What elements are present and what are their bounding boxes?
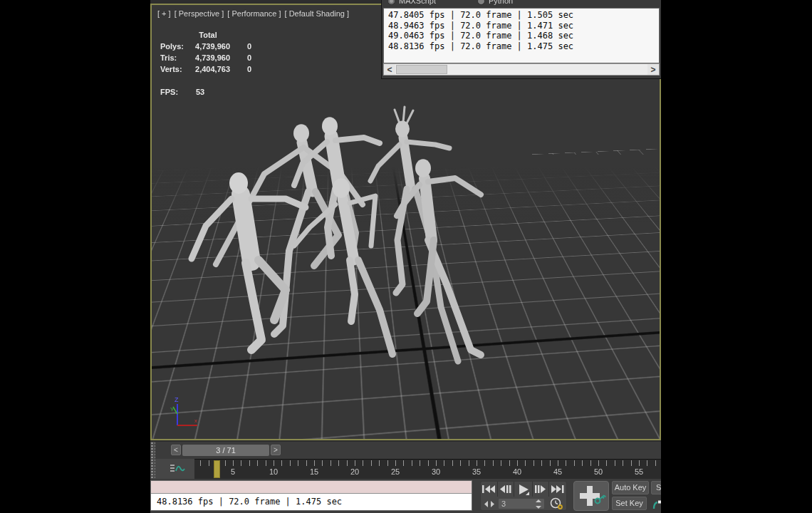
go-to-start-button[interactable] <box>481 482 498 497</box>
listener-tab-python[interactable]: Python <box>477 0 513 5</box>
key-filters-button[interactable] <box>651 497 661 512</box>
listener-scrollbar[interactable]: < > <box>383 63 660 76</box>
play-button[interactable] <box>514 482 533 497</box>
stats-row: Polys:4,739,9600 <box>160 41 251 52</box>
ruler-tick <box>403 460 404 466</box>
radio-icon[interactable] <box>387 0 395 5</box>
spinner-down-icon[interactable] <box>536 506 541 509</box>
ruler-tick <box>631 460 632 466</box>
ruler-tick <box>387 460 388 466</box>
go-to-end-button[interactable] <box>549 482 566 497</box>
ruler-tick <box>501 460 501 466</box>
radio-icon[interactable] <box>477 0 485 5</box>
key-filters-icon <box>654 502 657 509</box>
stat-label: Polys: <box>160 41 186 52</box>
ruler-tick-label: 45 <box>547 467 568 476</box>
key-mode-toggle-button[interactable] <box>482 501 496 507</box>
ruler-tick <box>558 460 558 466</box>
ruler-tick-label: 55 <box>628 467 650 476</box>
ruler-tick <box>550 460 551 466</box>
current-frame-field[interactable] <box>498 498 545 509</box>
world-axis-tripod: Z Y x <box>167 395 200 432</box>
ruler-tick <box>412 460 412 466</box>
ruler-tick <box>379 460 380 466</box>
ruler-tick <box>241 460 241 466</box>
frame-number-input[interactable] <box>501 499 533 509</box>
ruler-tick-label: 25 <box>385 467 406 476</box>
stat-extra: 0 <box>230 63 251 75</box>
ruler-tick <box>606 460 607 466</box>
time-configuration-button[interactable] <box>549 497 565 510</box>
fps-label: FPS: <box>160 86 186 98</box>
viewport-general-menu[interactable]: [ + ] <box>157 9 171 18</box>
listener-output[interactable]: 47.8405 fps | 72.0 frame | 1.505 sec48.9… <box>383 8 660 63</box>
time-slider-prev-button[interactable]: < <box>171 445 181 455</box>
track-bar-ruler[interactable]: 510152025303540455055 <box>194 459 661 479</box>
ruler-tick <box>615 460 615 466</box>
key-buttons-column: Auto Key Set Key <box>612 481 649 510</box>
timeline-grip[interactable] <box>150 442 155 479</box>
mini-curve-editor-button[interactable] <box>168 462 189 475</box>
scroll-left-button[interactable]: < <box>384 64 395 75</box>
stat-value: 4,739,960 <box>186 41 230 52</box>
character-head <box>293 124 309 142</box>
selection-column: Selec <box>651 481 661 513</box>
time-slider-next-button[interactable]: > <box>271 445 281 455</box>
time-slider[interactable]: 3 / 71 <box>182 445 269 456</box>
frame-spinner[interactable] <box>536 499 542 509</box>
stats-row: Tris:4,739,9600 <box>160 52 251 63</box>
ruler-tick <box>598 460 599 466</box>
set-key-button[interactable]: Set Key <box>612 497 647 510</box>
ruler-tick-label: 35 <box>466 467 487 476</box>
ruler-tick <box>582 460 583 466</box>
runner-front-middle[interactable] <box>294 178 392 354</box>
scroll-right-button[interactable]: > <box>647 64 659 75</box>
character-head <box>322 117 338 135</box>
scrollbar-track[interactable] <box>395 64 647 75</box>
timeline-area: < 3 / 71 > 510152025303540455055 <box>150 442 661 479</box>
selection-set-button[interactable]: Selec <box>651 481 661 494</box>
ruler-tick <box>266 460 266 466</box>
spinner-up-icon[interactable] <box>536 499 541 502</box>
application-window: [ + ][ Perspective ][ Performance ][ Def… <box>150 0 661 513</box>
track-bar: 510152025303540455055 <box>155 459 661 479</box>
listener-output-line: 49.0463 fps | 72.0 frame | 1.468 sec <box>388 31 659 41</box>
ruler-tick <box>647 460 647 466</box>
ruler-tick <box>322 460 323 466</box>
listener-output-line: 48.8136 fps | 72.0 frame | 1.475 sec <box>388 41 659 52</box>
next-frame-button[interactable] <box>533 482 550 497</box>
ruler-tick <box>225 460 226 466</box>
ruler-tick-label: 30 <box>425 467 447 476</box>
set-keys-button[interactable] <box>573 481 609 511</box>
scrollbar-thumb[interactable] <box>396 65 447 74</box>
ruler-tick <box>517 460 518 466</box>
ruler-tick <box>533 460 534 466</box>
ruler-tick <box>209 460 209 466</box>
ruler-tick-label: 20 <box>344 467 365 476</box>
character-head <box>415 159 431 177</box>
current-frame-marker[interactable] <box>214 460 220 478</box>
macro-recorder-field[interactable] <box>151 481 472 494</box>
auto-key-button[interactable]: Auto Key <box>612 481 649 494</box>
viewport-pov-menu[interactable]: [ Perspective ] <box>175 9 224 18</box>
viewport-shading-menu[interactable]: [ Default Shading ] <box>285 9 350 18</box>
ruler-tick <box>249 460 250 466</box>
stats-row: Verts:2,404,7630 <box>160 63 251 75</box>
ruler-tick <box>639 460 640 466</box>
listener-tab-maxscript[interactable]: MAXScript <box>387 0 436 5</box>
ruler-tick-label: 50 <box>588 467 609 476</box>
listener-output-line: 47.8405 fps | 72.0 frame | 1.505 sec <box>388 10 659 21</box>
mini-listener-field[interactable]: 48.8136 fps | 72.0 frame | 1.475 sec <box>151 494 472 509</box>
ruler-tick-label: 10 <box>263 467 284 476</box>
ruler-tick-label: 15 <box>303 467 325 476</box>
axis-y-label: Y <box>170 406 175 413</box>
ruler-tick <box>274 460 274 466</box>
ruler-tick <box>363 460 363 466</box>
tab-label: MAXScript <box>399 0 436 5</box>
viewport-performance-menu[interactable]: [ Performance ] <box>227 9 281 18</box>
fps-value: 53 <box>196 86 204 98</box>
previous-frame-button[interactable] <box>498 482 515 497</box>
ruler-tick <box>460 460 461 466</box>
ruler-tick <box>428 460 429 466</box>
listener-output-line: 48.9463 fps | 72.0 frame | 1.471 sec <box>388 21 659 31</box>
